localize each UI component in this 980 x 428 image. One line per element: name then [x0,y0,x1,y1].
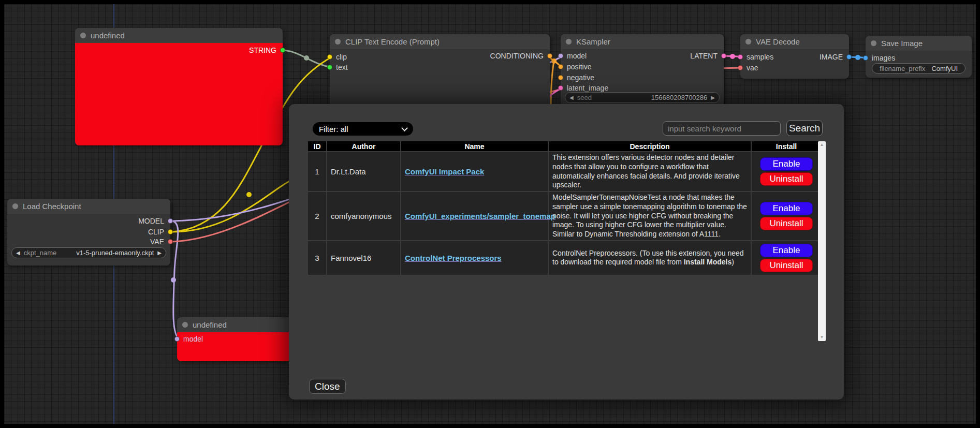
seed-widget[interactable]: ◀ seed 156680208700286 ▶ [565,92,720,103]
header-install: Install [752,141,821,151]
cell-author: comfyanonymous [327,192,400,240]
slot-dot[interactable] [558,64,563,69]
cell-description: ModelSamplerTonemapNoiseTest a node that… [549,192,751,240]
input-slot-model[interactable]: model [558,51,587,61]
node-save-image[interactable]: Save Image images filename_prefix ComfyU… [866,36,972,78]
widget-value: ComfyUI [931,65,958,72]
filter-dropdown[interactable]: Filter: all [313,122,413,136]
node-collapse-dot[interactable] [80,33,86,38]
decrement-arrow-icon[interactable]: ◀ [569,92,574,103]
enable-button[interactable]: Enable [760,244,813,257]
slot-dot[interactable] [168,229,173,234]
decrement-arrow-icon[interactable]: ◀ [16,247,20,258]
node-collapse-dot[interactable] [566,39,572,45]
node-title-bar[interactable]: CLIP Text Encode (Prompt) [330,34,550,49]
table-row: 3 Fannovel16 ControlNet Preprocessors Co… [308,241,821,275]
output-slot-conditioning[interactable]: CONDITIONING [490,51,552,61]
slot-dot[interactable] [168,218,173,224]
node-collapse-dot[interactable] [335,39,341,45]
node-title: undefined [91,31,125,40]
enable-button[interactable]: Enable [760,202,813,215]
input-slot-clip[interactable]: clip [327,52,347,62]
uninstall-button[interactable]: Uninstall [760,217,813,230]
node-title-bar[interactable]: VAE Decode [740,34,849,49]
node-title-bar[interactable]: Save Image [866,36,972,51]
node-load-checkpoint[interactable]: Load Checkpoint MODEL CLIP VAE ◀ ckpt_na… [7,199,170,265]
slot-dot[interactable] [280,48,285,53]
node-title-bar[interactable]: KSampler [561,34,724,49]
table-row: 2 comfyanonymous ComfyUI_experiments/sam… [308,192,821,240]
search-input[interactable] [663,121,781,136]
input-slot-model[interactable]: model [174,334,203,344]
slot-dot[interactable] [327,65,332,70]
node-title: Load Checkpoint [23,202,81,211]
slot-dot[interactable] [558,53,563,58]
node-collapse-dot[interactable] [12,203,18,209]
widget-value: 156680208700286 [651,94,707,101]
node-body: model [177,332,296,361]
node-title-bar[interactable]: Load Checkpoint [7,199,170,214]
slot-dot[interactable] [846,54,852,60]
slot-dot[interactable] [558,85,563,91]
node-title: VAE Decode [756,37,800,46]
slot-dot[interactable] [547,53,552,58]
scroll-down-icon[interactable]: ▼ [818,334,826,341]
node-title-bar[interactable]: undefined [75,28,283,43]
input-slot-text[interactable]: text [327,62,348,72]
cell-id: 1 [308,152,326,191]
node-ksampler[interactable]: KSampler model positive negative latent_… [561,34,724,107]
slot-dot[interactable] [558,75,563,80]
uninstall-button[interactable]: Uninstall [760,259,813,272]
cell-id: 3 [308,241,326,275]
input-slot-positive[interactable]: positive [558,62,591,72]
input-slot-vae[interactable]: vae [738,63,758,73]
input-slot-images[interactable]: images [863,53,895,63]
ckpt-name-widget[interactable]: ◀ ckpt_name v1-5-pruned-emaonly.ckpt ▶ [11,247,166,258]
node-collapse-dot[interactable] [871,40,876,46]
input-slot-latent-image[interactable]: latent_image [558,83,608,93]
node-title: KSampler [576,37,610,46]
node-undefined-top[interactable]: undefined STRING [75,28,283,145]
node-title: CLIP Text Encode (Prompt) [345,37,440,46]
input-slot-samples[interactable]: samples [738,52,773,62]
output-slot-latent[interactable]: LATENT [690,51,726,61]
scroll-up-icon[interactable]: ▲ [818,141,826,149]
extension-link[interactable]: ComfyUI_experiments/sampler_tonemap [405,212,555,220]
node-collapse-dot[interactable] [745,39,751,45]
output-slot-clip[interactable]: CLIP [148,227,173,237]
filename-prefix-widget[interactable]: filename_prefix ComfyUI [872,63,966,73]
output-slot-vae[interactable]: VAE [150,237,173,247]
uninstall-button[interactable]: Uninstall [760,172,813,186]
output-slot-string[interactable]: STRING [249,45,285,55]
slot-dot[interactable] [168,239,173,244]
output-slot-model[interactable]: MODEL [138,216,173,226]
slot-dot[interactable] [738,54,743,60]
node-title: Save Image [881,39,923,48]
input-slot-negative[interactable]: negative [558,72,594,83]
extension-link[interactable]: ComfyUI Impact Pack [405,167,484,176]
output-slot-image[interactable]: IMAGE [820,52,852,62]
increment-arrow-icon[interactable]: ▶ [157,247,162,258]
cell-author: Dr.Lt.Data [327,152,400,191]
slot-dot[interactable] [738,65,743,70]
extension-link[interactable]: ControlNet Preprocessors [405,254,502,262]
close-button[interactable]: Close [309,379,346,394]
node-title-bar[interactable]: undefined [177,317,296,332]
increment-arrow-icon[interactable]: ▶ [711,92,715,103]
cell-id: 2 [308,192,326,240]
header-id: ID [308,141,326,151]
node-body: STRING [75,43,283,145]
filter-value: Filter: all [319,125,348,134]
slot-dot[interactable] [721,53,726,58]
node-collapse-dot[interactable] [182,322,188,328]
search-button[interactable]: Search [786,120,823,136]
slot-dot[interactable] [174,336,180,342]
widget-value: v1-5-pruned-emaonly.ckpt [76,249,154,257]
node-undefined-bottom[interactable]: undefined model [177,317,296,361]
table-scrollbar[interactable]: ▲ ▼ [818,141,826,341]
slot-dot[interactable] [327,54,332,60]
node-vae-decode[interactable]: VAE Decode samples vae IMAGE [740,34,849,79]
enable-button[interactable]: Enable [760,157,813,171]
slot-dot[interactable] [863,55,868,61]
header-author: Author [327,141,400,151]
